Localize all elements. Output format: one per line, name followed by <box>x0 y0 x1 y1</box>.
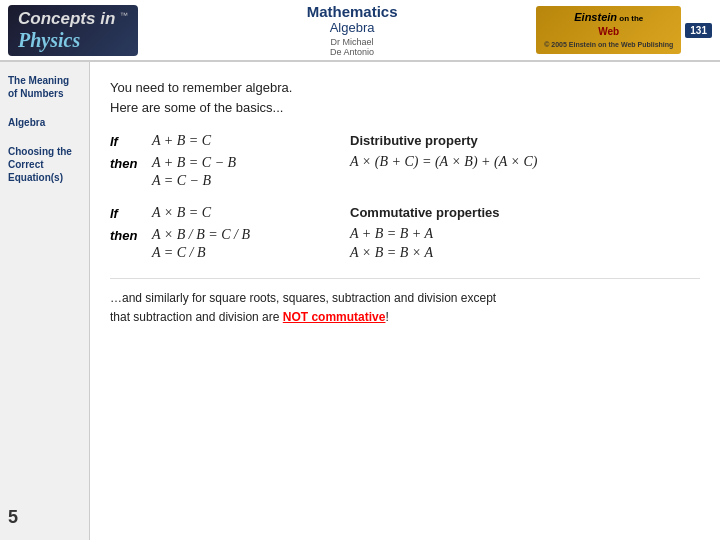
intro-block: You need to remember algebra. Here are s… <box>110 78 700 117</box>
intro-line2: Here are some of the basics... <box>110 100 283 115</box>
section-divider <box>110 278 700 279</box>
section2-then-eqs: A × B / B = C / B A = C / B <box>152 227 250 261</box>
concepts-text: Concepts in <box>18 9 115 28</box>
if-keyword-1: If <box>110 134 152 149</box>
logo-right: Einstein on the Web © 2005 Einstein on t… <box>536 6 712 54</box>
sidebar: The Meaning of Numbers Algebra Choosing … <box>0 62 90 540</box>
if-keyword-2: If <box>110 206 152 221</box>
section1-property-eq1: A × (B + C) = (A × B) + (A × C) <box>350 154 700 170</box>
einstein-logo: Einstein on the Web © 2005 Einstein on t… <box>536 6 681 54</box>
main-layout: The Meaning of Numbers Algebra Choosing … <box>0 62 720 540</box>
section2-then-eq1: A × B / B = C / B <box>152 227 250 243</box>
section1-property-label: Distributive property <box>350 133 700 148</box>
section1-then-eq1: A + B = C − B <box>152 155 236 171</box>
section2-if-equation: A × B = C <box>152 205 211 221</box>
sidebar-item-algebra[interactable]: Algebra <box>8 116 81 129</box>
sidebar-page-number: 5 <box>8 507 81 528</box>
copyright-text: © 2005 Einstein on the Web Publishing <box>544 40 673 50</box>
section1-if-equation: A + B = C <box>152 133 211 149</box>
title-main: Mathematics <box>168 3 536 20</box>
page-header: Concepts in ™ Physics Mathematics Algebr… <box>0 0 720 62</box>
logo-left: Concepts in ™ Physics <box>8 5 168 56</box>
footer-text2: that subtraction and division are <box>110 310 283 324</box>
section2-then-eq2: A = C / B <box>152 245 250 261</box>
sidebar-item-equations[interactable]: Choosing the Correct Equation(s) <box>8 145 81 184</box>
section1-right: Distributive property A × (B + C) = (A ×… <box>340 133 700 173</box>
section2-property-label: Commutative properties <box>350 205 700 220</box>
tm-symbol: ™ <box>120 10 128 19</box>
footer-end: ! <box>385 310 388 324</box>
footer-note: …and similarly for square roots, squares… <box>110 289 700 327</box>
section2-block: If A × B = C then A × B / B = C / B <box>110 205 700 264</box>
footer-highlight: NOT commutative <box>283 310 386 324</box>
section1-if-group: If A + B = C <box>110 133 340 149</box>
section1-then-eq2: A = C − B <box>152 173 236 189</box>
author-name: Dr MichaelDe Antonio <box>168 37 536 57</box>
content-area: You need to remember algebra. Here are s… <box>90 62 720 540</box>
section1-if-eq: A + B = C <box>152 133 211 149</box>
section1-then-group: then A + B = C − B A = C − B <box>110 155 340 189</box>
section2-if-eq: A × B = C <box>152 205 211 221</box>
header-title: Mathematics Algebra Dr MichaelDe Antonio <box>168 3 536 57</box>
then-keyword-1: then <box>110 156 152 171</box>
section2-right: Commutative properties A + B = B + A A ×… <box>340 205 700 264</box>
intro-line1: You need to remember algebra. <box>110 80 292 95</box>
title-sub: Algebra <box>168 20 536 35</box>
then-keyword-2: then <box>110 228 152 243</box>
section2-property-eq2: A × B = B × A <box>350 245 700 261</box>
section2-if-group: If A × B = C <box>110 205 340 221</box>
section1-then-eqs: A + B = C − B A = C − B <box>152 155 236 189</box>
sidebar-item-meaning[interactable]: The Meaning of Numbers <box>8 74 81 100</box>
footer-text1: …and similarly for square roots, squares… <box>110 291 496 305</box>
section1-block: If A + B = C then A + B = C − B <box>110 133 700 191</box>
section2-left: If A × B = C then A × B / B = C / B <box>110 205 340 263</box>
physics-text: Physics <box>18 29 80 51</box>
section2-then-group: then A × B / B = C / B A = C / B <box>110 227 340 261</box>
page-number-badge: 131 <box>685 23 712 38</box>
section1-left: If A + B = C then A + B = C − B <box>110 133 340 191</box>
section2-property-eq1: A + B = B + A <box>350 226 700 242</box>
